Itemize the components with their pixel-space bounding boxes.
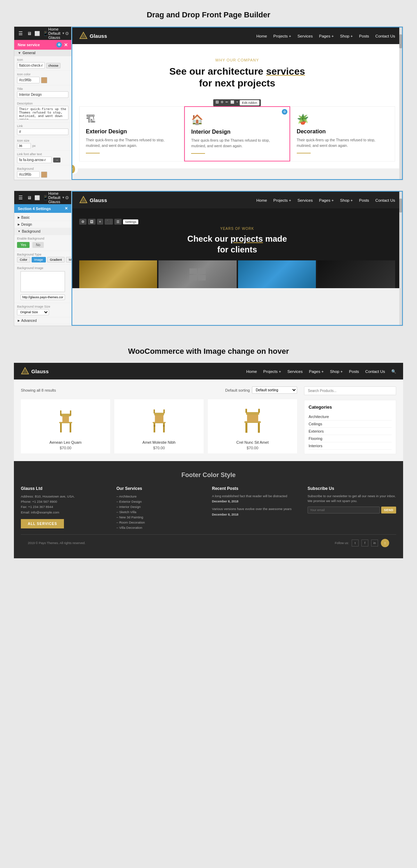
card-tool-4[interactable]: ⬜: [230, 100, 235, 106]
category-interiors[interactable]: Interiors: [309, 442, 392, 450]
edit-addon-btn[interactable]: Edit Addon: [239, 100, 260, 106]
tablet-icon-2[interactable]: ⬜: [34, 195, 40, 200]
category-architecture[interactable]: Architecture: [309, 413, 392, 420]
woo-menu-home[interactable]: Home: [246, 368, 257, 374]
settings-icon[interactable]: ⚙: [56, 42, 62, 48]
card-tool-1[interactable]: 🖼: [215, 100, 219, 106]
settings-advanced[interactable]: ▶ Advanced: [14, 317, 71, 324]
link-font-btn[interactable]: →: [53, 158, 60, 162]
mobile-icon[interactable]: 📱: [43, 31, 48, 36]
service-item-interior[interactable]: Interior Design: [116, 504, 205, 509]
menu2-projects[interactable]: Projects +: [273, 197, 291, 203]
service-item-sketch[interactable]: Sketch Villa: [116, 509, 205, 515]
scrollbar-2[interactable]: [399, 192, 402, 325]
menu2-pages[interactable]: Pages +: [319, 197, 334, 203]
social-linkedin[interactable]: in: [371, 540, 378, 546]
settings-background[interactable]: ▼ Background: [14, 228, 71, 235]
woo-menu-search[interactable]: 🔍: [391, 368, 396, 374]
woo-menu-services[interactable]: Services: [287, 368, 303, 374]
subscribe-button[interactable]: SEND: [381, 507, 396, 514]
search-products-input[interactable]: [304, 386, 396, 395]
section-tool-1[interactable]: ⚙: [79, 219, 87, 225]
page-title-1: Drag and Drop Front Page Builder: [0, 0, 417, 26]
bg-type-image[interactable]: Image: [32, 257, 46, 262]
product-2-img: [118, 403, 200, 437]
product-3-img: [211, 403, 294, 437]
section-tool-4[interactable]: ⬛: [105, 219, 113, 225]
mobile-icon-2[interactable]: 📱: [43, 195, 48, 200]
product-2[interactable]: Amet Molestie Nibh $70.00: [114, 399, 204, 453]
bg-size-select[interactable]: Original Size Cover Contain: [17, 309, 49, 315]
section-tool-5[interactable]: ☰: [114, 219, 122, 225]
service-item-exterior[interactable]: Exterior Design: [116, 499, 205, 504]
desc-textarea[interactable]: Their quick-firers up the Thames refused…: [17, 106, 68, 120]
category-exteriors[interactable]: Exteriors: [309, 428, 392, 435]
toggle-no[interactable]: No: [32, 242, 44, 248]
woo-menu-pages[interactable]: Pages +: [309, 368, 324, 374]
link-input[interactable]: [17, 128, 68, 135]
sort-select[interactable]: Default sorting Price: Low to High Price…: [252, 386, 297, 394]
bg-url-input[interactable]: [21, 294, 65, 300]
menu2-home[interactable]: Home: [256, 197, 267, 203]
woo-menu-projects[interactable]: Projects +: [263, 368, 281, 374]
menu2-posts[interactable]: Posts: [359, 197, 369, 203]
card-tool-5[interactable]: +: [236, 100, 239, 106]
toggle-yes[interactable]: Yes: [17, 242, 30, 248]
settings-design[interactable]: ▶ Design: [14, 221, 71, 228]
service-item-architecture[interactable]: Architecture: [116, 494, 205, 499]
menu-item-shop[interactable]: Shop +: [340, 33, 353, 39]
woo-menu-posts[interactable]: Posts: [349, 368, 359, 374]
menu-item-pages[interactable]: Pages +: [319, 33, 334, 39]
subscribe-input[interactable]: [308, 507, 380, 514]
hamburger-icon-2[interactable]: ☰: [18, 195, 23, 200]
card-tool-2[interactable]: ⚙: [220, 100, 224, 106]
section-tool-3[interactable]: +: [97, 219, 103, 225]
close-icon-2[interactable]: ✕: [65, 206, 68, 211]
product-1[interactable]: Aenean Leo Quam $70.00: [21, 399, 110, 453]
card-tool-3[interactable]: ✏: [225, 100, 229, 106]
hamburger-icon[interactable]: ☰: [18, 31, 23, 36]
card-toggle[interactable]: ⚙: [282, 109, 287, 115]
bg-input[interactable]: [17, 171, 40, 178]
service-item-room[interactable]: Room Decoration: [116, 520, 205, 525]
settings-basic[interactable]: ▶ Basic: [14, 214, 71, 221]
orange-circle[interactable]: ↑: [381, 539, 389, 547]
menu-item-posts[interactable]: Posts: [359, 33, 369, 39]
menu2-contact[interactable]: Contact Us: [375, 197, 395, 203]
section-tool-2[interactable]: 🖼: [88, 219, 96, 225]
service-item-3d[interactable]: New 3d Painting: [116, 515, 205, 520]
icon-input[interactable]: [17, 62, 45, 69]
category-ceilings[interactable]: Ceilings: [309, 420, 392, 428]
tablet-icon[interactable]: ⬜: [34, 31, 40, 36]
desktop-icon[interactable]: 🖥: [27, 31, 32, 36]
woo-menu-contact[interactable]: Contact Us: [365, 368, 385, 374]
close-icon[interactable]: ✕: [64, 42, 68, 48]
scrollbar-1[interactable]: [399, 27, 402, 179]
all-services-button[interactable]: ALL SERVICES: [21, 519, 64, 528]
product-3[interactable]: Crel Nunc Sit Amet $70.00: [208, 399, 297, 453]
menu2-services[interactable]: Services: [297, 197, 313, 203]
icon-size-input[interactable]: [17, 143, 31, 149]
bg-type-gradient[interactable]: Gradient: [47, 257, 65, 262]
menu-item-contact[interactable]: Contact Us: [375, 33, 395, 39]
menu2-shop[interactable]: Shop +: [340, 197, 353, 203]
service-item-villa[interactable]: Villa Decoration: [116, 525, 205, 530]
icon-color-input[interactable]: [17, 77, 40, 83]
menu-item-projects[interactable]: Projects +: [273, 33, 291, 39]
category-flooring[interactable]: Flooring: [309, 435, 392, 442]
choose-button[interactable]: choose: [46, 63, 60, 68]
menu-item-services[interactable]: Services: [297, 33, 313, 39]
woo-menu-shop[interactable]: Shop +: [330, 368, 343, 374]
gear-icon[interactable]: ⚙: [65, 31, 69, 36]
menu-item-home[interactable]: Home: [256, 33, 267, 39]
bg-type-more[interactable]: More: [66, 257, 72, 262]
section-settings-rows: ▶ Basic ▶ Design ▼ Background Enable Bac…: [14, 213, 71, 326]
social-facebook[interactable]: f: [361, 540, 368, 546]
link-font-input[interactable]: [17, 157, 52, 163]
social-twitter[interactable]: t: [352, 540, 359, 546]
title-input[interactable]: [17, 91, 68, 98]
svg-rect-27: [245, 409, 247, 412]
desktop-icon-2[interactable]: 🖥: [27, 195, 32, 200]
gear-icon-2[interactable]: ⚙: [65, 195, 69, 200]
bg-type-color[interactable]: Color: [17, 257, 30, 262]
